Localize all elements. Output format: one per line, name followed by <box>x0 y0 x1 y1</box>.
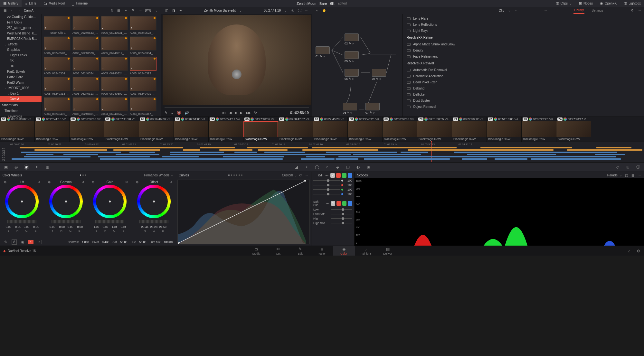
curves-more-icon[interactable]: ⋯ <box>304 173 308 177</box>
wheel-slider[interactable] <box>52 220 80 223</box>
viewer-title[interactable]: Zenith Moon Bare edit <box>204 9 235 12</box>
node-graph[interactable]: 02 ✎ ○01 ✎ ○05 ✎ ○06 ✎ ○08 ✎ ○03 ✎ ○07 ✎… <box>312 14 402 117</box>
global-sat-value[interactable]: 50.00 <box>120 240 128 244</box>
mini-track[interactable] <box>10 147 641 148</box>
intensity-value[interactable]: 100 <box>345 179 352 182</box>
wheel-picker-icon[interactable]: ⊕ <box>91 180 95 184</box>
list-icon[interactable]: ≡ <box>124 8 128 13</box>
picker-icon[interactable]: ✎ <box>165 111 167 115</box>
tree-item[interactable]: 252_stem_gutter-… <box>0 25 42 31</box>
auto-icon[interactable]: A <box>12 239 17 245</box>
fx-item[interactable]: Deflicker <box>403 91 644 98</box>
page-deliver[interactable]: ▤Deliver <box>377 246 399 256</box>
scopes-grid-icon[interactable]: ▦ <box>630 173 635 177</box>
scopes-more-icon[interactable]: ⋯ <box>637 173 641 177</box>
channel-R-chip[interactable] <box>336 173 341 178</box>
scopes-icon[interactable]: ⊞ <box>625 164 630 170</box>
window-icon[interactable]: ○ <box>325 164 330 170</box>
node-more-icon[interactable]: ⋯ <box>543 8 547 13</box>
tree-item[interactable]: Film Clip ii <box>0 20 42 25</box>
hand-tool-icon[interactable]: ✋ <box>322 8 327 13</box>
hdr-icon[interactable]: ✦ <box>34 164 39 170</box>
tracker-icon[interactable]: ⬙ <box>335 164 340 170</box>
intensity-slider[interactable] <box>313 180 340 181</box>
viewer-wipe-icon[interactable]: ◫ <box>164 8 169 13</box>
curves-icon[interactable]: ◢ <box>294 164 299 170</box>
tree-item[interactable]: BMPCC6K Rock B… <box>0 36 42 42</box>
node-02[interactable] <box>345 33 359 41</box>
tc-caret-icon[interactable]: ⌄ <box>283 8 288 13</box>
strip-clip[interactable]: 6503:27:40:06V2Blackmagic RAW <box>243 117 278 142</box>
clip-item[interactable]: ♪A003_06240347_C… <box>130 97 156 116</box>
sort-icon[interactable]: ⇅ <box>109 8 114 13</box>
viewer-title-caret-icon[interactable]: ⌄ <box>238 8 243 13</box>
wheel-slider[interactable] <box>95 220 124 223</box>
node-05[interactable] <box>345 51 359 59</box>
intensity-slider[interactable] <box>313 194 340 194</box>
viewer-more-icon[interactable]: ⋯ <box>305 8 309 13</box>
global-lum-mix-value[interactable]: 100.00 <box>164 240 173 244</box>
page-cut[interactable]: ✂Cut <box>267 246 289 256</box>
clip-item[interactable]: ♪A003_06240401_C… <box>44 97 71 116</box>
mini-track[interactable] <box>10 149 641 151</box>
tree-item[interactable]: West End Blend_K… <box>0 31 42 36</box>
tree-item[interactable]: ⌄Effects <box>0 42 42 47</box>
clip-item[interactable]: ♪A003_06240401_C… <box>72 97 99 116</box>
curves-reset-icon[interactable]: ↺ <box>298 173 303 177</box>
viewer-split-icon[interactable]: ◨ <box>171 8 176 13</box>
channel-R-chip[interactable] <box>336 201 341 206</box>
fx-item[interactable]: Lens Reflections <box>403 22 644 28</box>
viewer-expand-icon[interactable]: ⛶ <box>298 8 302 13</box>
mini-track[interactable] <box>10 152 641 153</box>
wheel-picker-icon[interactable]: ⊕ <box>135 180 139 184</box>
fx-item[interactable]: Deband <box>403 85 644 91</box>
color-wheel[interactable] <box>93 185 127 218</box>
smart-bin-item[interactable]: Timelines <box>0 108 42 114</box>
arrow-tool-icon[interactable]: ↖ <box>315 8 319 13</box>
clip-item[interactable]: ♪A003_06240401_C… <box>130 77 156 95</box>
topbar-timeline[interactable]: ⎯Timeline <box>69 0 91 7</box>
topbar-lightbox[interactable]: ◫Lightbox <box>620 0 644 7</box>
strip-clip[interactable]: 6103:37:41:20V3Blackmagic RAW <box>104 117 139 142</box>
tree-item[interactable]: ⌄Day 1 <box>0 91 42 96</box>
clip-item[interactable]: ♪A006_06240522_C… <box>130 16 156 34</box>
tree-item[interactable]: HD <box>0 63 42 69</box>
strip-clip[interactable]: 6603:50:47:07V4Blackmagic RAW <box>278 117 313 142</box>
curves-mode-caret-icon[interactable]: ⌄ <box>294 173 297 177</box>
key-icon[interactable]: ▣ <box>366 164 371 170</box>
global-pivot-value[interactable]: 0.435 <box>102 240 109 244</box>
strip-clip[interactable]: 6203:16:46:23V2Blackmagic RAW <box>139 117 174 142</box>
channel-G-chip[interactable] <box>342 173 346 178</box>
tree-item[interactable]: Part2 Flare <box>0 74 42 80</box>
reset-icon[interactable]: ✎ <box>3 239 8 245</box>
clip-item[interactable]: ♪A005_06240334_C… <box>72 57 99 75</box>
node-06[interactable] <box>345 69 359 77</box>
strip-clip[interactable]: 5903:26:41:18V2Blackmagic RAW <box>35 117 70 142</box>
wheels-mode[interactable]: Primaries Wheels <box>144 173 169 177</box>
magic-mask-icon[interactable]: ▢ <box>345 164 350 170</box>
viewer-ref-icon[interactable]: ◎ <box>290 8 295 13</box>
viewer-timecode[interactable]: 03:27:41:19 <box>264 9 281 12</box>
strip-clip[interactable]: 5803:16:33:07V2Blackmagic RAW <box>0 117 35 142</box>
strip-clip[interactable]: 7403:27:23:17VBlackmagic RAW <box>556 117 591 142</box>
page-fusion[interactable]: ⊚Fusion <box>311 246 333 256</box>
tree-item[interactable]: 4K <box>0 58 42 63</box>
clip-item[interactable]: ♪A005_06240302_C… <box>101 77 128 95</box>
view-grid-icon[interactable]: ▦ <box>3 8 7 13</box>
scopes-mode[interactable]: Parade <box>607 173 618 177</box>
wheels-mode-caret-icon[interactable]: ⌄ <box>171 173 173 177</box>
strip-clip[interactable]: 6803:27:45:23V3Blackmagic RAW <box>348 117 383 142</box>
stop-icon[interactable]: ■ <box>235 111 237 115</box>
nav-fwd-icon[interactable]: › <box>17 8 21 13</box>
link-icon[interactable]: ⚯ <box>325 173 329 178</box>
tree-item[interactable]: Cam A <box>0 96 42 102</box>
color-match-icon[interactable]: ◎ <box>14 164 19 170</box>
tree-item[interactable]: Part3 Warm <box>0 80 42 85</box>
loop-icon[interactable]: ↻ <box>254 111 257 115</box>
color-wheel[interactable] <box>5 185 39 218</box>
go-start-icon[interactable]: ⏮ <box>222 111 226 115</box>
node-mode-caret-icon[interactable]: ⌄ <box>507 8 511 13</box>
channel-Y-chip[interactable]: Y <box>330 173 335 178</box>
wheel-picker-icon[interactable]: ⊕ <box>3 180 7 184</box>
step-fwd-icon[interactable]: ▶▶ <box>246 111 251 115</box>
